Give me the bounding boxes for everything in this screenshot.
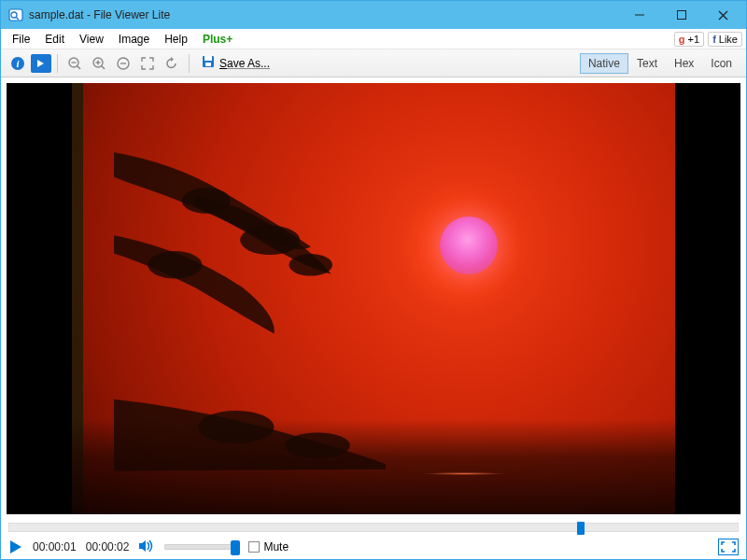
expand-button[interactable] — [136, 52, 159, 75]
checkbox-box[interactable] — [248, 541, 260, 553]
seek-thumb[interactable] — [577, 522, 585, 535]
svg-line-11 — [78, 65, 81, 69]
tab-native[interactable]: Native — [580, 53, 628, 74]
gplus-icon: g — [679, 34, 685, 45]
svg-point-21 — [240, 226, 300, 255]
playback-controls: 00:00:01 00:00:02 Mute — [1, 535, 746, 559]
svg-point-24 — [148, 251, 203, 278]
svg-rect-4 — [677, 11, 685, 20]
svg-point-22 — [289, 254, 333, 276]
volume-thumb[interactable] — [231, 540, 240, 555]
go-button[interactable] — [31, 54, 51, 73]
maximize-button[interactable] — [660, 2, 702, 28]
menu-edit[interactable]: Edit — [37, 31, 72, 48]
tab-icon[interactable]: Icon — [702, 53, 740, 74]
volume-icon[interactable] — [138, 539, 155, 556]
svg-rect-19 — [204, 56, 212, 61]
toolbar: i Save As... Native Text Hex Icon — [1, 49, 746, 77]
volume-slider[interactable] — [164, 544, 239, 550]
video-frame-image — [72, 83, 675, 514]
fullscreen-button[interactable] — [718, 539, 739, 555]
separator — [57, 54, 58, 73]
window-controls — [618, 2, 744, 28]
info-button[interactable]: i — [7, 52, 29, 75]
svg-point-23 — [182, 188, 231, 213]
menu-help[interactable]: Help — [157, 31, 195, 48]
menu-file[interactable]: File — [5, 31, 37, 48]
minimize-button[interactable] — [618, 2, 660, 28]
total-time: 00:00:02 — [86, 540, 130, 553]
rotate-button[interactable] — [161, 52, 183, 75]
app-icon — [8, 7, 23, 22]
separator — [189, 54, 190, 73]
menubar: File Edit View Image Help Plus+ g+1 fLik… — [1, 29, 746, 49]
facebook-like-button[interactable]: fLike — [708, 32, 742, 47]
seek-bar[interactable] — [1, 520, 746, 535]
google-plus-button[interactable]: g+1 — [674, 32, 704, 47]
mute-checkbox[interactable]: Mute — [248, 540, 289, 553]
window-title: sample.dat - File Viewer Lite — [29, 8, 618, 21]
titlebar: sample.dat - File Viewer Lite — [1, 1, 746, 29]
menu-view[interactable]: View — [72, 31, 111, 48]
zoom-out-button[interactable] — [63, 52, 86, 75]
tab-hex[interactable]: Hex — [666, 53, 702, 74]
svg-rect-20 — [205, 63, 211, 66]
menu-image[interactable]: Image — [111, 31, 157, 48]
save-as-label: Save As... — [219, 57, 270, 70]
zoom-in-button[interactable] — [88, 52, 110, 75]
content-area — [1, 77, 746, 520]
video-viewport[interactable] — [7, 83, 740, 514]
seek-track[interactable] — [8, 523, 739, 532]
tab-text[interactable]: Text — [628, 53, 666, 74]
current-time: 00:00:01 — [33, 540, 77, 553]
facebook-icon: f — [712, 34, 716, 45]
save-as-button[interactable]: Save As... — [195, 54, 275, 72]
close-button[interactable] — [702, 2, 744, 28]
svg-line-15 — [102, 65, 106, 69]
mute-label: Mute — [263, 540, 289, 553]
save-icon — [201, 54, 216, 72]
play-button[interactable] — [8, 539, 23, 554]
view-tabs: Native Text Hex Icon — [580, 53, 740, 74]
fit-button[interactable] — [112, 52, 134, 75]
menu-plus[interactable]: Plus+ — [195, 31, 240, 48]
